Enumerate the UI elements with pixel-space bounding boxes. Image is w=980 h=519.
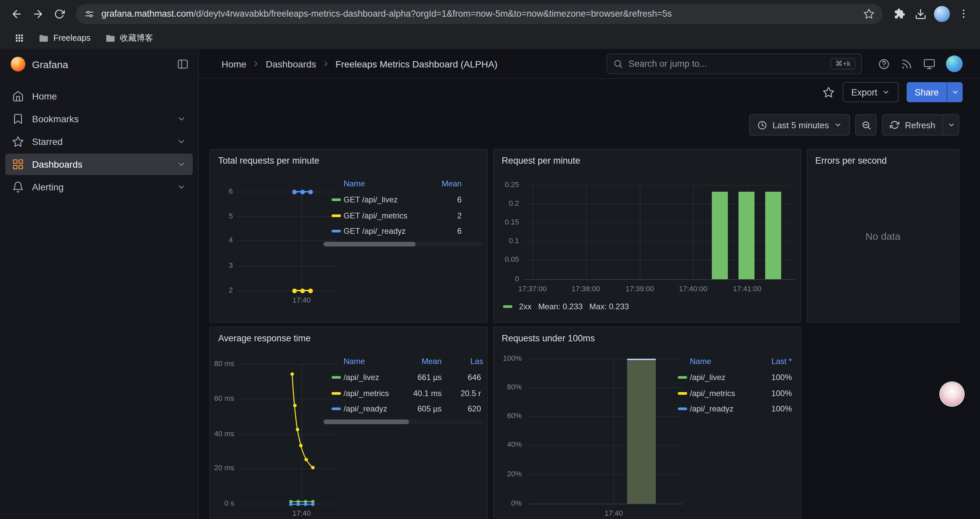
panel-title[interactable]: Average response time bbox=[218, 333, 310, 343]
sidebar-item-starred[interactable]: Starred bbox=[5, 131, 193, 152]
legend-scrollbar[interactable] bbox=[323, 420, 482, 424]
bar-under-100ms bbox=[627, 359, 656, 504]
forward-button[interactable] bbox=[28, 4, 48, 24]
y-tick: 40 ms bbox=[212, 430, 234, 438]
reload-button[interactable] bbox=[49, 4, 69, 24]
series-name[interactable]: /api/_readyz bbox=[690, 404, 733, 414]
series-color-swatch bbox=[332, 392, 341, 395]
panel-title[interactable]: Requests under 100ms bbox=[502, 333, 595, 343]
series-name[interactable]: GET /api/_readyz bbox=[344, 227, 406, 236]
data-point bbox=[300, 190, 305, 194]
series-color-swatch bbox=[332, 376, 341, 379]
y-tick: 0.2 bbox=[498, 199, 519, 207]
y-tick: 60% bbox=[498, 412, 522, 420]
time-range-button[interactable]: Last 5 minutes bbox=[749, 114, 850, 136]
floating-avatar[interactable] bbox=[941, 383, 963, 406]
y-tick: 20 ms bbox=[212, 463, 234, 471]
sidebar-nav: Home Bookmarks Starred Dashboards bbox=[0, 79, 198, 204]
panel-title[interactable]: Request per minute bbox=[502, 156, 581, 166]
y-tick: 0.05 bbox=[498, 255, 519, 263]
search-input[interactable] bbox=[628, 59, 825, 69]
search-bar[interactable]: ⌘+k bbox=[606, 53, 862, 74]
address-bar[interactable]: grafana.mathmast.com/d/deytv4rwavabkb/fr… bbox=[76, 4, 883, 24]
kebab-menu-icon bbox=[958, 8, 969, 19]
legend-header-name[interactable]: Name bbox=[344, 179, 365, 188]
monitor-icon[interactable] bbox=[923, 58, 935, 70]
data-point bbox=[308, 190, 313, 194]
breadcrumb-dashboards[interactable]: Dashboards bbox=[266, 58, 316, 69]
legend-header-name[interactable]: Name bbox=[344, 357, 365, 366]
gridline bbox=[528, 359, 683, 359]
user-avatar[interactable] bbox=[946, 56, 963, 72]
refresh-interval-button[interactable] bbox=[943, 115, 959, 135]
legend-header-last[interactable]: Las bbox=[470, 357, 483, 366]
data-point bbox=[300, 289, 305, 293]
gridline bbox=[237, 291, 337, 291]
legend-header-name[interactable]: Name bbox=[690, 357, 711, 366]
sidebar-item-label: Bookmarks bbox=[32, 113, 79, 124]
legend-row[interactable]: 2xx Mean: 0.233 Max: 0.233 bbox=[503, 302, 629, 311]
bookmark-star-icon[interactable] bbox=[863, 8, 875, 19]
series-name[interactable]: /api/_metrics bbox=[690, 389, 735, 398]
legend-header-mean[interactable]: Mean bbox=[383, 357, 442, 366]
browser-menu-button[interactable] bbox=[953, 4, 973, 24]
y-tick: 40% bbox=[498, 440, 522, 448]
gridline bbox=[524, 241, 795, 242]
bookmark-folder-freeleaps[interactable]: Freeleaps bbox=[33, 30, 96, 46]
x-tick: 17:40 bbox=[287, 509, 316, 517]
breadcrumb-current: Freeleaps Metrics Dashboard (ALPHA) bbox=[336, 58, 498, 69]
chevron-down-icon[interactable] bbox=[177, 137, 186, 146]
y-tick: 100% bbox=[498, 354, 522, 362]
panel-requests-under-100ms: Requests under 100ms 100% 80% 60% 40% 20… bbox=[493, 327, 801, 519]
panel-errors-per-second: Errors per second No data bbox=[807, 149, 959, 323]
scrollbar-thumb[interactable] bbox=[323, 420, 409, 424]
browser-profile-avatar[interactable] bbox=[932, 4, 952, 24]
url-text[interactable]: grafana.mathmast.com/d/deytv4rwavabkb/fr… bbox=[102, 9, 857, 19]
star-icon bbox=[12, 136, 24, 148]
breadcrumb-home[interactable]: Home bbox=[221, 58, 247, 69]
series-name[interactable]: GET /api/_metrics bbox=[344, 211, 407, 220]
dock-sidebar-button[interactable] bbox=[177, 58, 189, 70]
x-tick: 17:40:00 bbox=[673, 284, 713, 292]
refresh-button[interactable]: Refresh bbox=[883, 115, 943, 135]
help-icon[interactable] bbox=[878, 58, 890, 70]
legend-scrollbar[interactable] bbox=[323, 242, 482, 246]
back-button[interactable] bbox=[7, 4, 27, 24]
sidebar-item-alerting[interactable]: Alerting bbox=[5, 176, 193, 198]
sidebar-item-home[interactable]: Home bbox=[5, 86, 193, 107]
series-name[interactable]: /api/_livez bbox=[344, 373, 379, 382]
zero-axis-line bbox=[528, 504, 683, 504]
refresh-split-button: Refresh bbox=[882, 114, 959, 136]
export-button[interactable]: Export bbox=[843, 82, 899, 102]
chevron-down-icon[interactable] bbox=[177, 114, 186, 124]
data-point bbox=[308, 289, 313, 293]
zoom-out-button[interactable] bbox=[856, 114, 877, 136]
series-color-swatch bbox=[678, 376, 687, 379]
news-rss-icon[interactable] bbox=[900, 58, 913, 70]
share-button[interactable]: Share bbox=[907, 82, 947, 102]
refresh-label: Refresh bbox=[905, 120, 935, 130]
series-name[interactable]: /api/_livez bbox=[690, 373, 725, 382]
downloads-button[interactable] bbox=[911, 4, 931, 24]
sidebar-item-dashboards[interactable]: Dashboards bbox=[5, 153, 193, 175]
panel-title[interactable]: Total requests per minute bbox=[218, 156, 319, 166]
share-menu-button[interactable] bbox=[947, 82, 963, 102]
export-label: Export bbox=[851, 87, 877, 97]
series-color-swatch bbox=[332, 407, 341, 410]
sidebar-item-bookmarks[interactable]: Bookmarks bbox=[5, 108, 193, 129]
bookmark-folder-blogs[interactable]: 收藏博客 bbox=[100, 30, 158, 46]
apps-grid-button[interactable] bbox=[10, 28, 29, 48]
series-name[interactable]: 2xx bbox=[519, 302, 531, 311]
site-settings-icon[interactable] bbox=[84, 8, 95, 19]
chevron-right-icon bbox=[252, 59, 261, 68]
chevron-down-icon[interactable] bbox=[177, 182, 186, 192]
favorite-star-icon[interactable] bbox=[822, 86, 835, 98]
scrollbar-thumb[interactable] bbox=[323, 242, 415, 246]
legend-header-mean[interactable]: Mean bbox=[410, 179, 461, 188]
chevron-down-icon[interactable] bbox=[177, 160, 186, 169]
extensions-button[interactable] bbox=[889, 4, 909, 24]
y-tick: 2 bbox=[215, 286, 233, 294]
legend-header-last[interactable]: Last * bbox=[749, 357, 792, 366]
grafana-logo-icon[interactable] bbox=[11, 57, 25, 72]
series-name[interactable]: GET /api/_livez bbox=[344, 195, 398, 204]
